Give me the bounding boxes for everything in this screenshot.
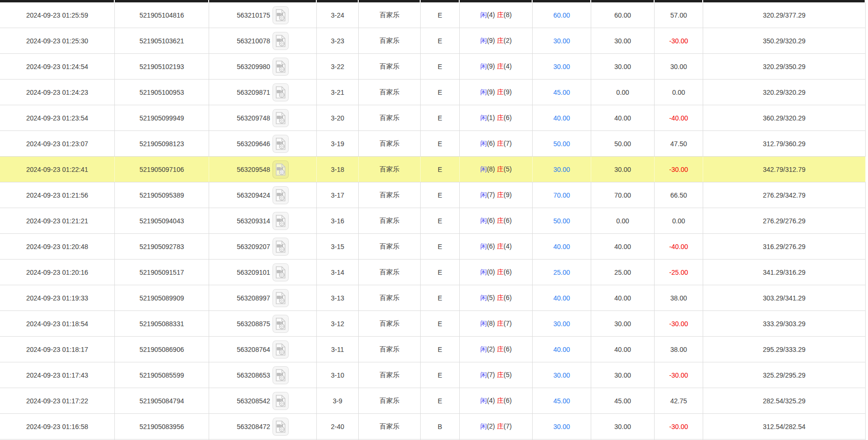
table-row[interactable]: 2024-09-23 01:24:23 521905100953 5632098… [0,80,866,105]
video-replay-button[interactable] [273,366,289,384]
bet-id-cell: 521905094043 [115,208,209,233]
game-name-cell: 百家乐 [359,414,421,439]
video-file-icon [275,112,286,124]
balance-cell: 316.29/276.29 [703,234,866,259]
table-type-cell: E [421,105,460,130]
table-row[interactable]: 2024-09-23 01:17:43 521905085599 5632086… [0,362,866,388]
table-row[interactable]: 2024-09-23 01:22:41 521905097106 5632095… [0,157,866,182]
bet-time-cell: 2024-09-23 01:25:59 [0,2,115,28]
player-result: 闲(2) [480,345,495,354]
video-replay-button[interactable] [273,392,289,410]
balance-cell: 276.29/342.79 [703,182,866,208]
table-row[interactable]: 2024-09-23 01:17:22 521905084794 5632085… [0,388,866,414]
banker-result: 庄(9) [497,88,512,97]
player-result: 闲(6) [480,217,495,225]
table-type-cell: E [421,234,460,259]
table-type-cell: E [421,311,460,336]
bet-id-cell: 521905097106 [115,157,209,182]
video-replay-button[interactable] [273,212,289,230]
video-replay-button[interactable] [273,289,289,307]
valid-bet-cell: 30.00 [591,414,655,439]
table-round-cell: 3-14 [317,260,359,285]
bet-time-cell: 2024-09-23 01:23:54 [0,105,115,130]
banker-result: 庄(4) [497,62,512,71]
valid-bet-cell: 45.00 [591,388,655,413]
table-row[interactable]: 2024-09-23 01:21:21 521905094043 5632093… [0,208,866,234]
game-name-cell: 百家乐 [359,311,421,336]
player-result: 闲(4) [480,397,495,405]
round-id-value: 563209314 [237,217,270,225]
video-replay-button[interactable] [273,315,289,333]
video-file-icon [275,395,286,407]
table-row[interactable]: 2024-09-23 01:23:07 521905098123 5632096… [0,131,866,157]
player-result: 闲(0) [480,268,495,277]
table-round-cell: 3-13 [317,285,359,310]
round-id-value: 563209980 [237,63,270,70]
game-name-cell: 百家乐 [359,105,421,130]
table-type-cell: E [421,337,460,362]
video-replay-button[interactable] [273,160,289,179]
bet-id-cell: 521905092783 [115,234,209,259]
video-file-icon [275,138,286,150]
winloss-cell: 47.50 [655,131,703,156]
table-row[interactable]: 2024-09-23 01:25:59 521905104816 5632101… [0,2,866,28]
winloss-cell: -40.00 [655,234,703,259]
video-replay-button[interactable] [273,418,289,436]
player-result: 闲(8) [480,165,495,174]
bet-id-cell: 521905102193 [115,54,209,79]
player-result: 闲(9) [480,62,495,71]
table-row[interactable]: 2024-09-23 01:16:58 521905083956 5632084… [0,414,866,440]
round-id-value: 563208542 [237,397,270,405]
table-row[interactable]: 2024-09-23 01:18:17 521905086906 5632087… [0,337,866,362]
banker-result: 庄(4) [497,242,512,251]
bet-id-cell: 521905089909 [115,285,209,310]
table-type-cell: B [421,414,460,439]
winloss-cell: -30.00 [655,414,703,439]
bet-time-cell: 2024-09-23 01:17:43 [0,362,115,388]
video-replay-button[interactable] [273,83,289,101]
video-replay-button[interactable] [273,109,289,127]
table-type-cell: E [421,208,460,233]
bet-id-cell: 521905095389 [115,182,209,208]
banker-result: 庄(5) [497,371,512,380]
video-replay-button[interactable] [273,340,289,359]
winloss-cell: 0.00 [655,208,703,233]
bet-amount-cell: 30.00 [533,362,591,388]
balance-cell: 276.29/276.29 [703,208,866,233]
video-replay-button[interactable] [273,238,289,256]
video-file-icon [275,189,286,201]
balance-cell: 350.29/320.29 [703,28,866,53]
video-replay-button[interactable] [273,32,289,50]
table-row[interactable]: 2024-09-23 01:23:54 521905099949 5632097… [0,105,866,131]
round-id-cell: 563210175 [209,2,317,28]
table-row[interactable]: 2024-09-23 01:21:56 521905095389 5632094… [0,182,866,208]
round-id-cell: 563208542 [209,388,317,413]
table-row[interactable]: 2024-09-23 01:19:33 521905089909 5632089… [0,285,866,311]
table-row[interactable]: 2024-09-23 01:18:54 521905088331 5632088… [0,311,866,337]
video-replay-button[interactable] [273,186,289,204]
table-type-cell: E [421,28,460,53]
round-id-cell: 563209314 [209,208,317,233]
video-file-icon [275,163,286,176]
round-id-cell: 563209424 [209,182,317,208]
video-replay-button[interactable] [273,135,289,153]
bet-time-cell: 2024-09-23 01:18:17 [0,337,115,362]
result-cell: 闲(0) 庄(6) [460,260,533,285]
winloss-cell: -30.00 [655,157,703,182]
video-file-icon [275,215,286,227]
video-replay-button[interactable] [273,6,289,24]
banker-result: 庄(2) [497,37,512,45]
balance-cell: 282.54/325.29 [703,388,866,413]
valid-bet-cell: 40.00 [591,337,655,362]
table-row[interactable]: 2024-09-23 01:24:54 521905102193 5632099… [0,54,866,80]
table-row[interactable]: 2024-09-23 01:25:30 521905103621 5632100… [0,28,866,54]
video-replay-button[interactable] [273,263,289,281]
video-replay-button[interactable] [273,58,289,76]
table-round-cell: 3-10 [317,362,359,388]
valid-bet-cell: 50.00 [591,131,655,156]
balance-cell: 342.79/312.79 [703,157,866,182]
table-row[interactable]: 2024-09-23 01:20:48 521905092783 5632092… [0,234,866,260]
valid-bet-cell: 25.00 [591,260,655,285]
bet-amount-cell: 50.00 [533,208,591,233]
table-row[interactable]: 2024-09-23 01:20:16 521905091517 5632091… [0,260,866,285]
